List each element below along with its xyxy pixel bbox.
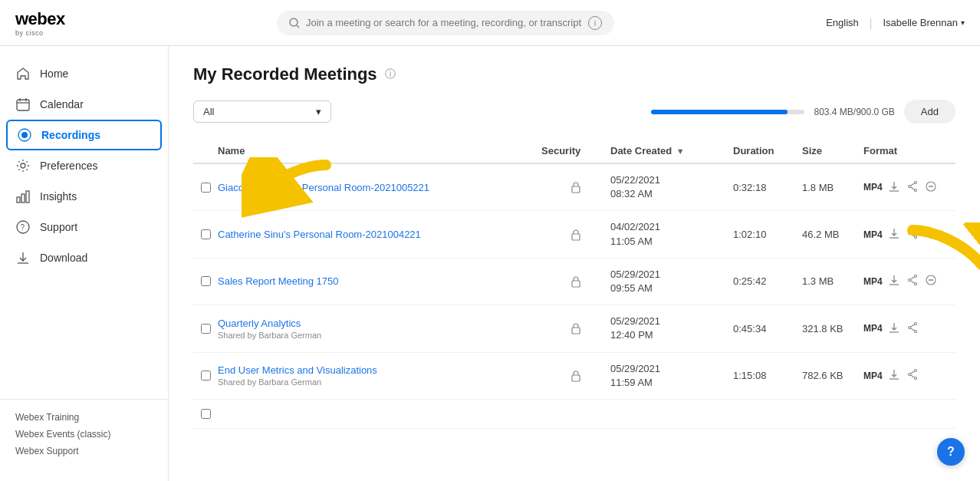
col-security-header: Security	[541, 145, 610, 156]
search-bar[interactable]: i	[277, 11, 614, 35]
row-checkbox[interactable]	[193, 276, 218, 286]
recording-name-link[interactable]: End User Metrics and Visualizations	[218, 364, 541, 376]
svg-rect-37	[572, 281, 580, 287]
svg-point-40	[914, 283, 916, 285]
storage-bar-fill	[651, 110, 788, 114]
svg-point-52	[908, 326, 910, 328]
col-format-cell: MP4	[863, 321, 955, 337]
checkbox-input[interactable]	[201, 183, 211, 193]
svg-point-0	[290, 18, 298, 26]
sidebar-item-download[interactable]: Download	[0, 242, 168, 273]
recording-name-link[interactable]: Sales Report Meeting 1750	[218, 275, 541, 287]
col-duration-cell: 0:32:18	[733, 182, 802, 193]
lock-icon	[571, 370, 581, 382]
recording-name-link[interactable]: Quarterly Analytics	[218, 318, 541, 329]
svg-line-42	[910, 277, 914, 279]
sidebar-item-label: Insights	[40, 190, 77, 203]
col-security-cell	[541, 229, 610, 241]
svg-rect-11	[26, 191, 29, 203]
table-row: Giacomo Edwards Personal Room-2021005221…	[193, 164, 955, 211]
format-badge: MP4	[863, 323, 883, 334]
col-name-cell: Sales Report Meeting 1750	[218, 275, 541, 287]
col-date-cell: 05/29/2021 09:55 AM	[610, 268, 733, 295]
sidebar-item-label: Calendar	[40, 98, 84, 110]
share-action-icon[interactable]	[906, 180, 919, 196]
search-info-icon[interactable]: i	[588, 16, 602, 30]
col-name-cell: Giacomo Edwards Personal Room-2021005221	[218, 182, 541, 193]
share-action-icon[interactable]	[906, 367, 919, 384]
sidebar-item-insights[interactable]: Insights	[0, 181, 168, 212]
col-duration-cell: 0:25:42	[733, 275, 802, 287]
controls-row: All ▾ 803.4 MB/900.0 GB Add	[193, 100, 955, 124]
sidebar-item-recordings[interactable]: Recordings	[6, 120, 162, 150]
table-row: Quarterly Analytics Shared by Barbara Ge…	[193, 305, 955, 352]
svg-point-23	[929, 186, 930, 187]
col-date-header[interactable]: Date Created ▼	[610, 145, 733, 156]
sidebar-item-support[interactable]: ? Support	[0, 212, 168, 242]
svg-point-25	[932, 186, 933, 187]
checkbox-input[interactable]	[201, 409, 211, 419]
svg-line-54	[910, 328, 914, 331]
more-action-icon[interactable]	[924, 273, 938, 289]
filter-dropdown[interactable]: All ▾	[193, 100, 331, 123]
search-input[interactable]	[306, 17, 582, 28]
checkbox-input[interactable]	[201, 371, 211, 381]
download-action-icon[interactable]	[887, 321, 901, 337]
svg-point-50	[914, 322, 916, 325]
share-action-icon[interactable]	[906, 226, 919, 242]
logo-webex-text: webex	[15, 9, 65, 29]
help-button[interactable]: ?	[937, 438, 965, 466]
table-row: Sales Report Meeting 1750 05/29/2021 09:…	[193, 259, 955, 305]
recording-name-link[interactable]: Giacomo Edwards Personal Room-2021005221	[218, 182, 541, 193]
add-button[interactable]: Add	[904, 100, 955, 124]
checkbox-input[interactable]	[201, 324, 211, 334]
col-size-cell: 1.8 MB	[802, 182, 863, 193]
col-security-cell	[541, 181, 610, 193]
webex-support-link[interactable]: Webex Support	[15, 446, 153, 456]
sidebar-item-home[interactable]: Home	[0, 58, 168, 89]
language-selector[interactable]: English	[826, 17, 859, 28]
top-navigation: webex by cisco i English | Isabelle Bren…	[0, 0, 980, 46]
recording-name-link[interactable]: Catherine Sinu's Personal Room-202100422…	[218, 229, 541, 240]
sidebar-item-label: Download	[40, 252, 87, 264]
share-action-icon[interactable]	[906, 273, 919, 289]
svg-point-8	[21, 163, 25, 168]
download-action-icon[interactable]	[887, 226, 901, 242]
download-action-icon[interactable]	[887, 367, 901, 384]
col-size-cell: 1.3 MB	[802, 275, 863, 287]
svg-point-51	[914, 330, 916, 332]
page-info-icon[interactable]: ⓘ	[385, 68, 396, 81]
svg-rect-9	[17, 197, 20, 203]
webex-training-link[interactable]: Webex Training	[15, 412, 153, 423]
more-action-icon[interactable]	[924, 226, 938, 242]
more-action-icon[interactable]	[924, 180, 938, 196]
user-menu[interactable]: Isabelle Brennan ▾	[883, 17, 965, 28]
svg-line-31	[910, 230, 914, 232]
row-checkbox[interactable]	[193, 371, 218, 381]
svg-point-58	[914, 377, 916, 380]
share-action-icon[interactable]	[906, 321, 919, 337]
checkbox-input[interactable]	[201, 229, 211, 239]
row-checkbox[interactable]	[193, 229, 218, 239]
recordings-icon	[17, 127, 32, 143]
username-label: Isabelle Brennan	[883, 17, 958, 28]
download-action-icon[interactable]	[887, 180, 901, 196]
row-checkbox[interactable]	[193, 324, 218, 334]
table-row: Catherine Sinu's Personal Room-202100422…	[193, 211, 955, 258]
checkbox-input[interactable]	[201, 276, 211, 286]
col-check-header	[193, 145, 218, 156]
col-format-header: Format	[863, 145, 955, 156]
col-format-cell: MP4	[863, 273, 955, 289]
download-action-icon[interactable]	[887, 273, 901, 289]
sidebar-item-calendar[interactable]: Calendar	[0, 89, 168, 120]
row-checkbox[interactable]	[193, 183, 218, 193]
svg-rect-2	[17, 100, 29, 110]
svg-line-61	[910, 375, 914, 377]
table-row: End User Metrics and Visualizations Shar…	[193, 353, 955, 400]
col-date-cell: 04/02/2021 11:05 AM	[610, 220, 733, 248]
row-checkbox[interactable]	[193, 409, 218, 419]
table-header: Name Security Date Created ▼ Duration Si…	[193, 139, 955, 164]
sidebar-item-preferences[interactable]: Preferences	[0, 150, 168, 181]
webex-events-link[interactable]: Webex Events (classic)	[15, 429, 153, 440]
sort-arrow-icon: ▼	[676, 147, 685, 156]
